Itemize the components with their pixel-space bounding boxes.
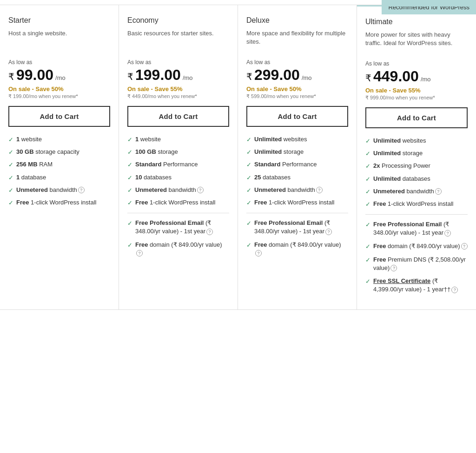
renew-price-ultimate: ₹ 999.00/mo when you renew⁴ — [365, 95, 468, 101]
info-icon[interactable]: ? — [435, 188, 442, 195]
add-to-cart-btn-economy[interactable]: Add to Cart — [127, 106, 229, 127]
add-to-cart-btn-starter[interactable]: Add to Cart — [8, 106, 110, 127]
plan-name-starter: Starter — [8, 16, 110, 25]
feature-text: Unlimited storage — [254, 148, 304, 156]
feature-text: Unlimited websites — [373, 137, 426, 145]
list-item: ✓1 website — [8, 135, 110, 144]
checkmark-icon: ✓ — [246, 199, 251, 207]
add-to-cart-btn-deluxe[interactable]: Add to Cart — [246, 106, 348, 127]
checkmark-icon: ✓ — [365, 162, 370, 171]
plan-col-ultimate: UltimateMore power for sites with heavy … — [357, 5, 476, 310]
checkmark-icon: ✓ — [8, 148, 13, 157]
divider — [246, 213, 348, 213]
price-row-starter: ₹99.00/mo — [8, 66, 110, 84]
bonus-feature-text: Free SSL Certificate (₹ 4,399.00/yr valu… — [373, 277, 468, 294]
info-icon[interactable]: ? — [451, 287, 458, 293]
list-item: ✓30 GB storage capacity — [8, 148, 110, 157]
feature-text: 25 databases — [254, 173, 291, 182]
bonus-feature-text: Free domain (₹ 849.00/yr value)? — [373, 242, 468, 250]
price-amount-starter: 99.00 — [16, 66, 53, 84]
list-item: ✓Free domain (₹ 849.00/yr value)? — [127, 241, 229, 257]
sale-badge-ultimate: On sale - Save 55% — [365, 87, 468, 94]
list-item: ✓Unmetered bandwidth? — [365, 187, 468, 196]
info-icon[interactable]: ? — [136, 250, 143, 256]
info-icon[interactable]: ? — [316, 187, 323, 193]
list-item: ✓Free 1-click WordPress install — [365, 200, 468, 209]
info-icon[interactable]: ? — [325, 229, 332, 235]
list-item: ✓Free SSL Certificate (₹ 4,399.00/yr val… — [365, 277, 468, 294]
list-item: ✓1 database — [8, 173, 110, 182]
feature-text: Free 1-click WordPress install — [135, 198, 215, 207]
price-per-deluxe: /mo — [302, 74, 312, 81]
checkmark-icon: ✓ — [246, 219, 251, 228]
list-item: ✓10 databases — [127, 173, 229, 182]
info-icon[interactable]: ? — [444, 230, 451, 236]
feature-text: 256 MB RAM — [16, 160, 53, 169]
feature-text: 30 GB storage capacity — [16, 148, 79, 156]
list-item: ✓Unlimited storage — [246, 148, 348, 157]
list-item: ✓Unmetered bandwidth? — [127, 186, 229, 195]
list-item: ✓Free Professional Email (₹ 348.00/yr va… — [365, 220, 468, 237]
info-icon[interactable]: ? — [461, 243, 468, 249]
list-item: ✓Free 1-click WordPress install — [8, 198, 110, 207]
checkmark-icon: ✓ — [365, 243, 370, 251]
list-item: ✓Unlimited storage — [365, 149, 468, 158]
info-icon[interactable]: ? — [197, 187, 204, 193]
checkmark-icon: ✓ — [246, 174, 251, 182]
sale-badge-economy: On sale - Save 55% — [127, 85, 229, 92]
price-row-deluxe: ₹299.00/mo — [246, 66, 348, 84]
bonus-list-economy: ✓Free Professional Email (₹ 348.00/yr va… — [127, 219, 229, 257]
bonus-feature-text: Free Professional Email (₹ 348.00/yr val… — [373, 220, 468, 237]
plan-aslow-starter: As low as — [8, 59, 110, 66]
checkmark-icon: ✓ — [8, 186, 13, 195]
feature-text: Standard Performance — [254, 160, 317, 169]
info-icon[interactable]: ? — [390, 265, 397, 271]
checkmark-icon: ✓ — [365, 175, 370, 184]
checkmark-icon: ✓ — [127, 161, 132, 169]
price-symbol-starter: ₹ — [8, 71, 14, 82]
sale-badge-deluxe: On sale - Save 50% — [246, 85, 348, 92]
plan-aslow-deluxe: As low as — [246, 59, 348, 66]
checkmark-icon: ✓ — [365, 256, 370, 264]
bonus-feature-text: Free Professional Email (₹ 348.00/yr val… — [254, 219, 348, 236]
feature-text: Unmetered bandwidth? — [254, 186, 323, 194]
price-per-ultimate: /mo — [421, 76, 431, 83]
page-wrapper: Recommended for WordPress StarterHost a … — [0, 0, 476, 310]
feature-text: Unmetered bandwidth? — [16, 186, 85, 194]
feature-text: Free 1-click WordPress install — [373, 200, 453, 208]
plan-aslow-ultimate: As low as — [365, 60, 468, 67]
bonus-feature-text: Free Professional Email (₹ 348.00/yr val… — [135, 219, 229, 236]
bonus-list-deluxe: ✓Free Professional Email (₹ 348.00/yr va… — [246, 219, 348, 257]
feature-text: Unmetered bandwidth? — [373, 187, 442, 196]
list-item: ✓Free Professional Email (₹ 348.00/yr va… — [127, 219, 229, 236]
plan-desc-ultimate: More power for sites with heavy traffic.… — [365, 31, 468, 53]
checkmark-icon: ✓ — [246, 136, 251, 144]
plan-desc-deluxe: More space and flexibility for multiple … — [246, 29, 348, 52]
plan-name-deluxe: Deluxe — [246, 16, 348, 25]
list-item: ✓100 GB storage — [127, 148, 229, 157]
list-item: ✓Unlimited websites — [365, 137, 468, 145]
feature-text: 10 databases — [135, 173, 172, 182]
feature-text: Standard Performance — [135, 160, 198, 169]
checkmark-icon: ✓ — [246, 161, 251, 169]
features-list-starter: ✓1 website✓30 GB storage capacity✓256 MB… — [8, 135, 110, 207]
divider — [365, 214, 468, 215]
info-icon[interactable]: ? — [78, 187, 85, 193]
list-item: ✓Free Professional Email (₹ 348.00/yr va… — [246, 219, 348, 236]
list-item: ✓Unlimited databases — [365, 175, 468, 184]
renew-price-economy: ₹ 449.00/mo when you renew⁴ — [127, 93, 229, 99]
feature-text: Unlimited storage — [373, 149, 423, 158]
list-item: ✓Unmetered bandwidth? — [246, 186, 348, 195]
price-per-economy: /mo — [183, 74, 193, 81]
info-icon[interactable]: ? — [206, 229, 213, 235]
checkmark-icon: ✓ — [127, 136, 132, 144]
renew-price-starter: ₹ 199.00/mo when you renew⁴ — [8, 93, 110, 99]
price-amount-economy: 199.00 — [135, 66, 181, 84]
price-row-ultimate: ₹449.00/mo — [365, 68, 468, 85]
renew-price-deluxe: ₹ 599.00/mo when you renew⁴ — [246, 93, 348, 99]
plan-col-economy: EconomyBasic resources for starter sites… — [119, 5, 238, 310]
info-icon[interactable]: ? — [255, 250, 262, 256]
bonus-feature-text: Free domain (₹ 849.00/yr value)? — [254, 241, 348, 257]
add-to-cart-btn-ultimate[interactable]: Add to Cart — [365, 107, 468, 128]
checkmark-icon: ✓ — [246, 148, 251, 157]
